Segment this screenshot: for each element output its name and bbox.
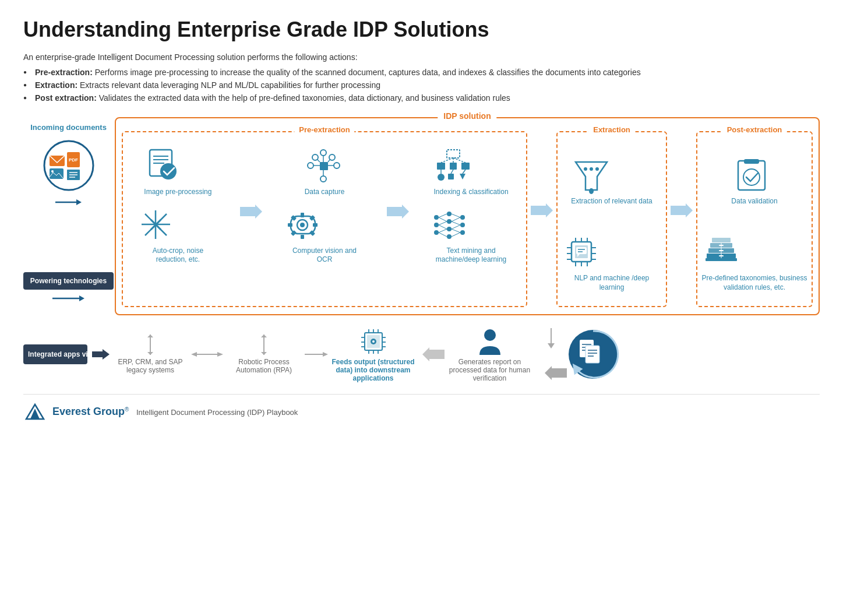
bullet-label-3: Post extraction:: [35, 93, 97, 103]
svg-line-58: [441, 158, 453, 163]
intro-text: An enterprise-grade Intelligent Document…: [23, 52, 820, 62]
svg-marker-156: [548, 343, 555, 349]
extraction-box: Extraction: [556, 131, 667, 307]
image-preprocessing-icon: [144, 147, 182, 185]
svg-text:PDF: PDF: [69, 157, 78, 163]
svg-rect-124: [706, 258, 737, 261]
image-preprocessing-block: Image pre-processing: [144, 147, 211, 197]
powering-block: Powering technologies: [23, 272, 114, 304]
svg-point-70: [447, 234, 452, 239]
post-to-circle-arrow-icon: [545, 328, 558, 349]
feeds-to-generates-arrow-icon: [418, 347, 445, 361]
footer-trademark: ®: [125, 406, 129, 413]
indexing-icon: [434, 147, 472, 185]
feeds-block: Feeds output (structured data) into down…: [328, 326, 418, 382]
svg-rect-26: [320, 162, 328, 170]
svg-rect-106: [576, 247, 587, 254]
svg-marker-11: [76, 199, 82, 205]
computer-vision-label: Computer vision and OCR: [284, 247, 365, 265]
integrated-arrow-icon: [92, 349, 110, 360]
erp-label: ERP, CRM, and SAP legacy systems: [110, 358, 191, 374]
data-capture-block: Data capture: [305, 147, 345, 197]
rpa-block: Robotic Process Automation (RPA): [223, 335, 305, 374]
bottom-section: Integrated apps via APIS ERP, CRM, and S…: [23, 326, 820, 382]
bullet-label-1: Pre-extraction:: [35, 68, 93, 77]
svg-marker-87: [576, 162, 607, 190]
svg-line-37: [328, 159, 330, 162]
svg-rect-163: [585, 346, 599, 363]
text-mining-label: Text mining and machine/deep learning: [431, 247, 512, 265]
nlp-chip-icon: [561, 233, 602, 271]
svg-rect-45: [313, 223, 318, 227]
bullet-list: Pre-extraction: Performs image pre-proce…: [23, 68, 820, 103]
svg-marker-136: [323, 352, 328, 357]
powering-arrow-icon: [52, 293, 84, 304]
svg-marker-128: [147, 352, 153, 355]
bullet-text-2: Extracts relevant data leveraging NLP an…: [80, 80, 380, 90]
svg-point-154: [484, 329, 496, 341]
rpa-to-feeds-arrow-icon: [305, 349, 328, 360]
svg-marker-125: [92, 349, 110, 360]
svg-point-55: [438, 174, 445, 181]
indexing-label: Indexing & classification: [434, 188, 509, 197]
svg-rect-51: [447, 150, 460, 158]
svg-line-80: [452, 214, 460, 217]
svg-point-88: [584, 167, 587, 171]
text-mining-icon: [431, 206, 468, 244]
svg-line-85: [452, 233, 460, 237]
svg-rect-52: [437, 163, 445, 170]
svg-rect-117: [712, 238, 731, 242]
svg-rect-54: [461, 163, 470, 170]
bullet-item-3: Post extraction: Validates the extracted…: [23, 93, 820, 103]
incoming-label: Incoming documents: [23, 123, 114, 132]
extraction-to-post-arrow-icon: [671, 203, 693, 217]
svg-marker-13: [79, 295, 84, 301]
bullet-text-3: Validates the extracted data with the he…: [99, 93, 510, 103]
svg-point-73: [460, 230, 465, 235]
generates-icon: [471, 326, 509, 358]
svg-line-74: [439, 214, 447, 217]
doc-circle-block: [567, 328, 619, 381]
svg-marker-50: [387, 205, 409, 219]
data-validation-block: Data validation: [731, 156, 777, 206]
svg-point-72: [460, 223, 465, 227]
erp-block: ERP, CRM, and SAP legacy systems: [110, 335, 191, 374]
svg-marker-110: [671, 203, 693, 217]
pre-extraction-label: Pre-extraction: [294, 125, 354, 134]
svg-rect-56: [448, 174, 454, 179]
extraction-funnel-icon: [571, 156, 612, 194]
incoming-arrow-icon: [55, 197, 82, 207]
extraction-label: Extraction: [588, 125, 635, 134]
svg-point-89: [590, 167, 593, 171]
svg-point-32: [320, 176, 326, 182]
bullet-item-2: Extraction: Extracts relevant data lever…: [23, 80, 820, 90]
svg-rect-42: [301, 213, 304, 217]
svg-point-65: [434, 223, 439, 227]
svg-point-64: [434, 215, 439, 220]
data-capture-label: Data capture: [305, 188, 345, 197]
generates-block: Generates report on processed data for h…: [445, 326, 535, 382]
autocrop-block: Auto-crop, noise reduction, etc.: [137, 206, 218, 265]
svg-line-82: [452, 221, 460, 225]
svg-rect-53: [450, 163, 457, 170]
nlp-chip-label: NLP and machine /deep learning: [561, 274, 662, 292]
svg-point-5: [51, 170, 54, 173]
post-extraction-box: Post-extraction: [696, 131, 813, 307]
svg-rect-121: [719, 255, 724, 256]
feeds-label: Feeds output (structured data) into down…: [328, 358, 418, 382]
svg-line-81: [452, 217, 460, 221]
integrated-apps-badge: Integrated apps via APIS: [23, 344, 87, 364]
circle-to-generates-arrow-icon: [535, 366, 567, 380]
autocrop-label: Auto-crop, noise reduction, etc.: [137, 247, 218, 265]
svg-marker-131: [217, 352, 223, 357]
diagram-area: Incoming documents PDF: [23, 117, 820, 382]
rpa-label: Robotic Process Automation (RPA): [223, 358, 305, 374]
everest-logo-icon: [23, 402, 47, 422]
svg-line-79: [439, 233, 447, 237]
idp-solution-label: IDP solution: [438, 111, 496, 121]
svg-point-68: [447, 219, 452, 224]
computer-vision-icon: [284, 206, 322, 244]
svg-marker-86: [531, 203, 553, 217]
image-preprocessing-label: Image pre-processing: [144, 188, 211, 197]
svg-point-90: [595, 167, 599, 171]
